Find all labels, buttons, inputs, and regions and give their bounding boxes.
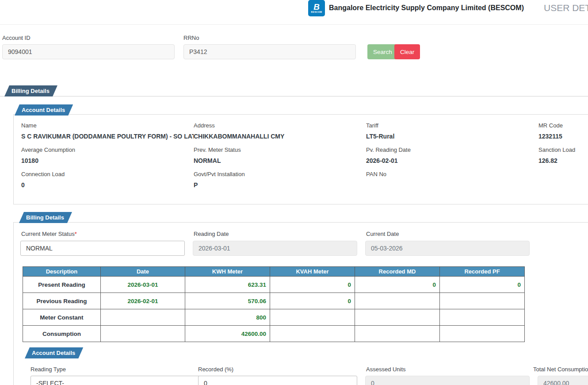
col-date: Date: [101, 267, 185, 277]
total-net-consumption-input: [538, 376, 588, 385]
field-empty: [538, 171, 588, 195]
col-kvah-meter: KVAH Meter: [270, 267, 355, 277]
field-connection-load: Connection Load 0: [21, 171, 194, 195]
field-pan-no: PAN No: [366, 171, 538, 195]
col-kwh-meter: KWH Meter: [185, 267, 270, 277]
logo-letter: B: [313, 3, 320, 11]
account-id-label: Account ID: [2, 35, 31, 41]
section-divider: [0, 96, 588, 96]
field-average-consumption: Average Conumption 10180: [21, 146, 194, 171]
field-address: Address CHIKKABOMMANAHALLI CMY: [194, 122, 366, 146]
field-tariff: Tariff LT5-Rural: [366, 122, 538, 146]
reading-date-label: Reading Date: [194, 231, 229, 237]
account-details-panel: Name S C RAVIKUMAR (DODDAMANE POULTRY FO…: [13, 114, 588, 204]
clear-button[interactable]: Clear: [394, 44, 420, 59]
required-asterisk: *: [75, 231, 77, 237]
user-details-heading: USER DETAILS: [544, 3, 588, 13]
account-id-input[interactable]: [2, 44, 175, 59]
recorded-pct-input[interactable]: [198, 376, 357, 385]
assessed-units-input: [365, 376, 530, 385]
logo-text: BESCOM: [311, 11, 322, 13]
reading-date-input: [193, 241, 357, 256]
assessed-units-label: Assessed Units: [366, 366, 406, 373]
table-header-row: Description Date KWH Meter KVAH Meter Re…: [23, 267, 525, 277]
meter-readings-table: Description Date KWH Meter KVAH Meter Re…: [23, 266, 525, 342]
col-recorded-pf: Recorded PF: [440, 267, 525, 277]
col-recorded-md: Recorded MD: [355, 267, 440, 277]
field-pv-reading-date: Pv. Reading Date 2026-02-01: [366, 146, 538, 171]
reading-type-label: Reading Type: [31, 366, 66, 373]
top-header: B BESCOM Bangalore Electricity Supply Co…: [0, 0, 588, 25]
tab-billing-details[interactable]: Billing Details: [4, 85, 57, 96]
reading-type-select[interactable]: -SELECT-: [31, 376, 203, 385]
billing-details-badge: Billing Details: [19, 212, 72, 223]
table-row-previous-reading: Previous Reading 2026-02-01 570.06 0: [23, 293, 525, 309]
account-details-badge: Account Details: [15, 104, 73, 116]
field-mr-code: MR Code 1232115: [538, 122, 588, 146]
current-date-label: Current Date: [366, 231, 399, 237]
total-net-consumption-label: Total Net Consumption: [533, 366, 588, 373]
field-sanction-load: Sanction Load 126.82: [538, 146, 588, 171]
search-button[interactable]: Search: [367, 44, 398, 59]
billing-details-panel: Current Meter Status* Reading Date Curre…: [13, 222, 588, 385]
recorded-pct-label: Recorded (%): [198, 366, 233, 373]
field-name: Name S C RAVIKUMAR (DODDAMANE POULTRY FO…: [21, 122, 194, 146]
field-prev-meter-status: Prev. Meter Status NORMAL: [194, 146, 366, 171]
rrno-input[interactable]: [183, 44, 356, 59]
rrno-label: RRNo: [183, 35, 199, 41]
current-meter-status-label: Current Meter Status*: [21, 231, 77, 237]
current-meter-status-input[interactable]: [20, 241, 185, 256]
bescom-billing-page: { "header": { "logo_letter": "B", "logo_…: [0, 0, 588, 385]
company-title: Bangalore Electricity Supply Company Lim…: [329, 4, 524, 12]
reading-section-badge: Account Details: [25, 347, 83, 358]
table-row-meter-constant: Meter Constant 800: [23, 309, 525, 326]
current-date-input: [365, 241, 530, 256]
table-row-present-reading: Present Reading 2026-03-01 623.31 0 0 0: [23, 277, 525, 293]
bescom-logo-icon: B BESCOM: [308, 0, 325, 16]
col-description: Description: [23, 267, 101, 277]
table-row-consumption: Consumption 42600.00: [23, 326, 525, 342]
field-govt-pvt-installation: Govt/Pvt Installation P: [194, 171, 366, 195]
account-details-grid: Name S C RAVIKUMAR (DODDAMANE POULTRY FO…: [21, 122, 588, 195]
